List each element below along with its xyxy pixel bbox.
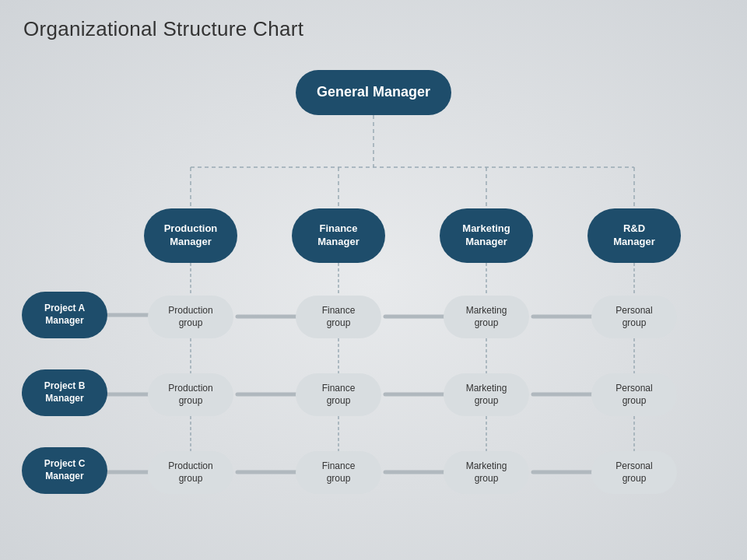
- production-group-1: Production group: [148, 296, 233, 338]
- finance-manager-node: Finance Manager: [292, 208, 385, 263]
- finance-group-1: Finance group: [296, 296, 381, 338]
- project-a-label: Project A Manager: [44, 303, 85, 327]
- project-a-manager-node: Project A Manager: [22, 292, 107, 338]
- fin-group-1-label: Finance group: [322, 305, 356, 329]
- per-group-3-label: Personal group: [615, 460, 652, 485]
- marketing-group-2: Marketing group: [444, 373, 529, 416]
- project-b-manager-node: Project B Manager: [22, 369, 107, 416]
- prod-group-1-label: Production group: [168, 305, 212, 329]
- marketing-group-1: Marketing group: [444, 296, 529, 338]
- finance-group-3: Finance group: [296, 451, 381, 494]
- mkt-group-3-label: Marketing group: [466, 460, 507, 485]
- project-c-manager-node: Project C Manager: [22, 447, 107, 494]
- personal-group-3: Personal group: [591, 451, 677, 494]
- general-manager-label: General Manager: [317, 83, 430, 101]
- prod-group-3-label: Production group: [168, 460, 212, 485]
- fin-group-2-label: Finance group: [322, 383, 356, 407]
- production-manager-node: Production Manager: [144, 208, 237, 263]
- per-group-1-label: Personal group: [615, 305, 652, 329]
- mkt-group-1-label: Marketing group: [466, 305, 507, 329]
- prod-group-2-label: Production group: [168, 383, 212, 407]
- production-manager-label: Production Manager: [164, 222, 218, 249]
- finance-manager-label: Finance Manager: [317, 222, 359, 249]
- rd-manager-node: R&DManager: [587, 208, 681, 263]
- project-b-label: Project B Manager: [44, 380, 86, 404]
- fin-group-3-label: Finance group: [322, 460, 356, 485]
- rd-manager-label: R&DManager: [613, 222, 654, 249]
- finance-group-2: Finance group: [296, 373, 381, 416]
- page-title: Organizational Structure Chart: [23, 17, 303, 41]
- marketing-group-3: Marketing group: [444, 451, 529, 494]
- mkt-group-2-label: Marketing group: [466, 383, 507, 407]
- marketing-manager-node: MarketingManager: [440, 208, 533, 263]
- general-manager-node: General Manager: [296, 70, 451, 115]
- production-group-3: Production group: [148, 451, 233, 494]
- project-c-label: Project C Manager: [44, 458, 86, 482]
- personal-group-1: Personal group: [591, 296, 677, 338]
- marketing-manager-label: MarketingManager: [462, 222, 510, 249]
- personal-group-2: Personal group: [591, 373, 677, 416]
- production-group-2: Production group: [148, 373, 233, 416]
- per-group-2-label: Personal group: [615, 383, 652, 407]
